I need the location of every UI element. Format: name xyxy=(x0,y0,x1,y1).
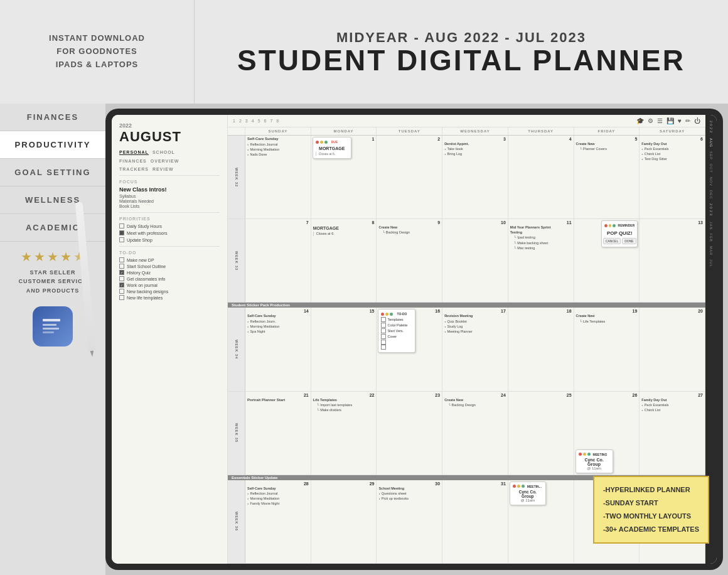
todo-popup-cb-4[interactable] xyxy=(381,334,386,339)
month-jan[interactable]: JAN xyxy=(709,220,713,232)
day-aug-5: 5 Create New └ Planner Covers xyxy=(574,136,640,218)
day-aug-24: 24 Create New └ Backing Design xyxy=(442,392,508,475)
date-9: 9 xyxy=(378,220,440,225)
focus-label: FOCUS xyxy=(119,180,220,184)
banner-sticker-pack-text: Student Sticker Pack Production xyxy=(228,303,705,308)
heart-icon[interactable]: ♥ xyxy=(678,117,682,124)
event-meeting-planner: Meeting Planner xyxy=(444,330,506,334)
todo-1-text: Make new DP xyxy=(127,258,154,262)
nav-finances[interactable]: FINANCES xyxy=(119,159,147,163)
meeting-dot-yellow-26 xyxy=(583,453,586,456)
svg-rect-1 xyxy=(43,319,60,321)
todo-popup-cb-5[interactable] xyxy=(381,340,386,345)
event-import: └ Import last templates xyxy=(313,403,375,407)
star-3: ★ xyxy=(47,249,58,264)
month-feb[interactable]: FEB xyxy=(709,232,713,244)
priority-1: Daily Study Hours xyxy=(119,223,220,228)
month-sep[interactable]: SEP xyxy=(709,149,713,162)
todo-cb-7[interactable] xyxy=(119,295,124,300)
sidebar-item-wellness[interactable]: WELLNESS xyxy=(0,186,105,214)
event-create-new-19: Create New xyxy=(576,314,638,318)
saturday-header: SATURDAY xyxy=(640,127,705,135)
nav-review[interactable]: REVIEW xyxy=(153,167,174,171)
day-aug-11: 11 Mid Year Planners Sprint Testing └ Ip… xyxy=(508,219,574,302)
planner-left-panel: 2022 AUGUST PERSONAL SCHOOL FINANCES OVE… xyxy=(112,115,228,564)
cancel-button[interactable]: CANCEL xyxy=(603,238,621,244)
day-aug-6: 6 Family Day Out Pack Essentials Check L… xyxy=(640,136,705,218)
meeting-title-bar-26: MEETING xyxy=(579,453,610,456)
week-34-row: WEEK 34 14 Self-Care Sunday Reflection J… xyxy=(228,308,705,391)
event-family-27: Family Day Out xyxy=(641,398,703,402)
todo-popup-item-3-text: Start Vers. xyxy=(387,329,404,333)
list-icon[interactable]: ☰ xyxy=(657,117,663,124)
sidebar-item-finances[interactable]: FINANCES xyxy=(0,104,105,131)
checkbox-1[interactable] xyxy=(119,223,124,228)
event-meditation-28: Morning Meditation xyxy=(247,497,309,501)
monday-header: MONDAY xyxy=(311,127,377,135)
checkbox-3[interactable] xyxy=(119,237,124,242)
todo-cb-1[interactable] xyxy=(119,257,124,262)
todo-popup: TO-DO Templates Color Palette Start Vers… xyxy=(378,309,415,353)
day-aug-3: 3 Dentist Appmt. Take book Bring Log xyxy=(442,136,508,218)
todo-popup-cb-2[interactable] xyxy=(381,323,386,328)
focus-item-3: Book Lists xyxy=(119,204,220,208)
day-aug-1: 1 DUE MORTGAGE xyxy=(311,136,377,218)
todo-cb-4[interactable] xyxy=(119,276,124,281)
todo-cb-2[interactable] xyxy=(119,264,124,269)
sidebar-item-goal-setting[interactable]: GOAL SETTING xyxy=(0,159,105,186)
star-rating: ★ ★ ★ ★ ★ xyxy=(0,242,105,268)
month-jul[interactable]: JUL xyxy=(709,257,713,269)
date-24: 24 xyxy=(444,393,506,397)
nav-overview[interactable]: OVERVIEW xyxy=(151,159,179,163)
event-nails: Nails Done xyxy=(247,153,309,157)
checkbox-2[interactable]: ✓ xyxy=(119,230,124,235)
todo-popup-cb-3[interactable] xyxy=(381,328,386,333)
power-icon[interactable]: ⏻ xyxy=(694,117,700,124)
graduation-icon[interactable]: 🎓 xyxy=(636,117,644,124)
sidebar-item-academic[interactable]: ACADEMIC xyxy=(0,214,105,242)
event-check-list-6: Check List xyxy=(641,152,703,156)
todo-popup-item-1: Templates xyxy=(381,317,412,322)
settings-icon[interactable]: ⚙ xyxy=(648,117,653,124)
todo-popup-cb-6[interactable] xyxy=(381,345,386,350)
event-dividers: └ Make dividers xyxy=(313,408,375,412)
focus-title: New Class Intros! xyxy=(119,186,220,193)
event-quiz-booklet: Quiz Booklet xyxy=(444,320,506,324)
todo-cb-5[interactable]: ✓ xyxy=(119,282,124,288)
edit-icon[interactable]: ✏ xyxy=(685,117,690,124)
nav-personal[interactable]: PERSONAL xyxy=(119,150,149,155)
todo-7-text: New life templates xyxy=(127,296,163,300)
todo-popup-cb-1[interactable] xyxy=(381,317,386,322)
month-dec[interactable]: DEC xyxy=(709,188,713,202)
event-selfcare-28: Self-Care Sunday xyxy=(247,486,309,491)
num-3: 3 xyxy=(245,119,248,123)
divider-3 xyxy=(119,246,220,247)
month-oct[interactable]: OCT xyxy=(709,162,713,175)
meeting-dot-yellow-31 xyxy=(517,485,520,488)
todo-6: New backing designs xyxy=(119,289,220,294)
day-aug-19: 19 Create New └ Life Templates xyxy=(574,308,640,390)
popup-dot-red xyxy=(316,141,319,144)
event-selfcare-sun: Self-Care Sunday xyxy=(247,137,309,142)
event-ipad: └ Ipad testing xyxy=(510,235,572,240)
month-aug[interactable]: AUG xyxy=(709,136,713,149)
todo-cb-3[interactable]: ✓ xyxy=(119,270,124,275)
sidebar-item-productivity[interactable]: PRODUCTIVITY xyxy=(0,131,105,159)
todo-cb-6[interactable] xyxy=(119,289,124,294)
date-2: 2 xyxy=(378,137,440,141)
date-14: 14 xyxy=(247,309,309,313)
event-pack-27: Pack Essentials xyxy=(641,403,703,407)
month-nov[interactable]: NOV xyxy=(709,175,713,188)
nav-school[interactable]: SCHOOL xyxy=(153,150,175,155)
save-icon[interactable]: 💾 xyxy=(666,117,674,124)
nav-trackers[interactable]: TRACKERS xyxy=(119,167,149,171)
date-15: 15 xyxy=(313,309,375,313)
event-meditation: Morning Meditation xyxy=(247,148,309,152)
done-button[interactable]: DONE xyxy=(622,238,636,244)
tuesday-header: TUESDAY xyxy=(377,127,442,135)
calendar-day-headers: SUNDAY MONDAY TUESDAY WEDNESDAY THURSDAY… xyxy=(228,127,705,136)
star-2: ★ xyxy=(34,249,45,264)
date-18: 18 xyxy=(510,309,572,313)
feature-callout: -HYPERLINKED PLANNER -SUNDAY START -TWO … xyxy=(593,476,709,544)
month-mar[interactable]: MAR xyxy=(709,244,713,257)
